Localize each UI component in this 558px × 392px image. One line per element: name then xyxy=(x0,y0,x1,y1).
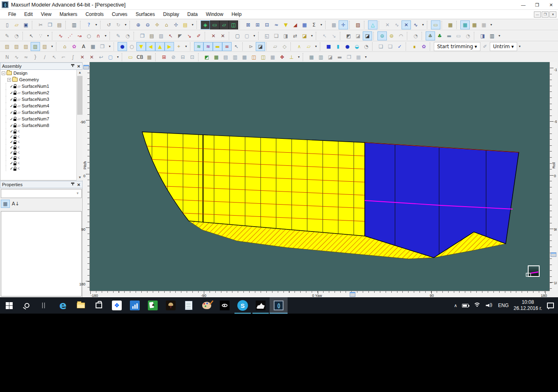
yaw-slider[interactable] xyxy=(350,292,355,297)
environment-button[interactable]: ♣ xyxy=(426,31,435,40)
new-file-button[interactable]: ▯ xyxy=(2,20,12,29)
compare-button[interactable]: ❏ xyxy=(386,42,395,51)
menu-item[interactable]: Markers xyxy=(56,10,81,18)
select-net-button[interactable]: ▩ xyxy=(329,20,339,29)
dropdown-button[interactable]: ▾ xyxy=(94,20,99,29)
close-icon[interactable]: ✕ xyxy=(77,64,80,69)
tree-curve-item[interactable]: ✓ < xyxy=(0,155,82,160)
collapse-icon[interactable]: − xyxy=(2,71,5,75)
cross-red2-button[interactable]: ✕ xyxy=(87,53,96,62)
contours-purple-button[interactable]: ≋ xyxy=(203,42,213,51)
select-surface-button[interactable]: ◤ xyxy=(175,31,185,40)
wifi-icon[interactable] xyxy=(473,303,481,308)
render-mode1-button[interactable]: ▨ xyxy=(2,42,12,51)
hide-curve-button[interactable]: ∿ xyxy=(392,20,402,29)
menu-item[interactable]: Curves xyxy=(108,10,132,18)
office-button[interactable] xyxy=(126,297,144,314)
cut-button[interactable]: ✂ xyxy=(36,20,45,29)
group-button[interactable]: ❏ xyxy=(272,31,281,40)
tree-surface-item[interactable]: ✓ ▱ SurfaceNum8 xyxy=(0,122,82,129)
mdi-minimize-button[interactable]: — xyxy=(534,11,541,18)
dropdown-button[interactable]: ▾ xyxy=(190,20,195,29)
trim-arc-button[interactable]: ◔ xyxy=(12,31,21,40)
dropdown-button[interactable]: ▾ xyxy=(489,20,494,29)
viewport-canvas[interactable] xyxy=(90,62,549,291)
pin-icon[interactable] xyxy=(71,183,75,187)
select-node-button[interactable]: ✛ xyxy=(339,20,348,29)
dropdown-button[interactable]: ▾ xyxy=(183,42,189,51)
wire-box-button[interactable]: ⊡ xyxy=(187,53,197,62)
tree-surface-item[interactable]: ✓ ▱ SurfaceNum7 xyxy=(0,116,82,122)
menu-item[interactable]: Controls xyxy=(81,10,108,18)
pitch-ruler[interactable]: -90 Pitch 0 90 180 xyxy=(83,62,90,291)
markers-move-button[interactable]: ⊞ xyxy=(253,20,262,29)
view-profile-button[interactable]: ▱ xyxy=(219,20,229,29)
redo-button[interactable]: ↻ xyxy=(114,20,123,29)
half-model2-button[interactable]: ◪ xyxy=(256,42,265,51)
align-button[interactable]: ◨ xyxy=(281,31,290,40)
compact-button[interactable]: ◪ xyxy=(300,31,309,40)
solid-hemisphere-button[interactable]: ◒ xyxy=(352,42,362,51)
scrollbar-thumb[interactable] xyxy=(77,76,83,115)
edit-pen-button[interactable]: ✎ xyxy=(114,31,123,40)
bounding-box2-button[interactable]: ▢ xyxy=(242,31,252,40)
node-arrow-button[interactable]: ↖ xyxy=(49,53,59,62)
line-button[interactable]: ∕ xyxy=(40,53,49,62)
control-points-button[interactable]: ∵ xyxy=(36,31,45,40)
light-left-button[interactable]: ◀ xyxy=(146,42,155,51)
close-icon[interactable]: ✕ xyxy=(77,183,80,187)
verify-button[interactable]: ✓ xyxy=(395,42,404,51)
dropdown-button[interactable]: ▾ xyxy=(363,53,368,62)
light-bottom-button[interactable]: ▼ xyxy=(136,42,146,51)
solid-sphere-button[interactable]: ● xyxy=(343,42,352,51)
dropdown-button[interactable]: ▾ xyxy=(123,20,128,29)
split-button[interactable]: ✕ xyxy=(209,31,218,40)
contours-yellow-button[interactable]: ▬ xyxy=(213,42,222,51)
dropdown-button[interactable]: ▾ xyxy=(45,31,51,40)
frame-spacing-button[interactable]: ✥ xyxy=(277,53,287,62)
corner-arrow-button[interactable]: ⌐ xyxy=(59,53,68,62)
light-custom-button[interactable]: ✦ xyxy=(174,42,183,51)
bracket-button[interactable]: } xyxy=(31,53,40,62)
restore-button[interactable]: ❐ xyxy=(530,0,544,9)
contours-red-button[interactable]: ≡ xyxy=(222,42,232,51)
tray-expand-icon[interactable]: ∧ xyxy=(454,303,457,308)
dropdown-button[interactable]: ▾ xyxy=(49,42,55,51)
surface-fit2-button[interactable]: ⊜ xyxy=(387,31,396,40)
open-file-button[interactable]: ▱ xyxy=(12,20,21,29)
search-button[interactable] xyxy=(18,297,36,314)
solid-trim-button[interactable]: ◔ xyxy=(362,42,371,51)
control-point-button[interactable]: ↖ xyxy=(27,31,36,40)
nurb-n-button[interactable]: N xyxy=(2,53,12,62)
frames-button[interactable]: ▦ xyxy=(268,53,277,62)
trim-surface-button[interactable]: ◔ xyxy=(411,31,420,40)
alphabetical-button[interactable]: A↓ xyxy=(11,200,20,208)
tree-surface-item[interactable]: ✓ ▱ SurfaceNum3 xyxy=(0,96,82,102)
markers-edit-button[interactable]: ⊟ xyxy=(262,20,272,29)
game-button[interactable] xyxy=(162,297,180,314)
orientation-preview[interactable] xyxy=(526,266,539,276)
spline-button[interactable]: ∿ xyxy=(56,31,65,40)
grid-dashed-button[interactable]: ▢ xyxy=(106,53,115,62)
ground2-button[interactable]: ▭ xyxy=(454,31,463,40)
nurb-zigzag-button[interactable]: ≈ xyxy=(21,53,31,62)
media-player-button[interactable] xyxy=(216,297,234,314)
develop-button[interactable]: ∧ xyxy=(295,42,304,51)
join-button[interactable]: ✕ xyxy=(218,31,228,40)
surface-arc-button[interactable]: ◠ xyxy=(396,31,406,40)
cross-red1-button[interactable]: ✕ xyxy=(78,53,87,62)
dropdown-button[interactable]: ▾ xyxy=(517,42,522,51)
view-body-button[interactable]: ◫ xyxy=(229,20,238,29)
render-mode2-button[interactable]: ▨ xyxy=(12,42,21,51)
expand-icon[interactable]: + xyxy=(7,78,11,82)
hydro-table-button[interactable]: ▦ xyxy=(145,53,154,62)
roll-ruler[interactable]: -180 -90 Roll 0 90 180 xyxy=(549,62,557,291)
view-properties-button[interactable]: ❐ xyxy=(98,42,107,51)
flip-button[interactable]: ⇄ xyxy=(290,31,300,40)
data-table1-button[interactable]: ▦ xyxy=(307,53,316,62)
tree-scrollbar[interactable]: ▲ ▼ xyxy=(76,70,83,180)
tree-surface-item[interactable]: ✓ ▱ SurfaceNum1 xyxy=(0,83,82,89)
panel-edit-button[interactable]: ◫ xyxy=(259,53,268,62)
roll-slider[interactable] xyxy=(551,252,556,257)
dropdown-button[interactable]: ▾ xyxy=(103,31,108,40)
